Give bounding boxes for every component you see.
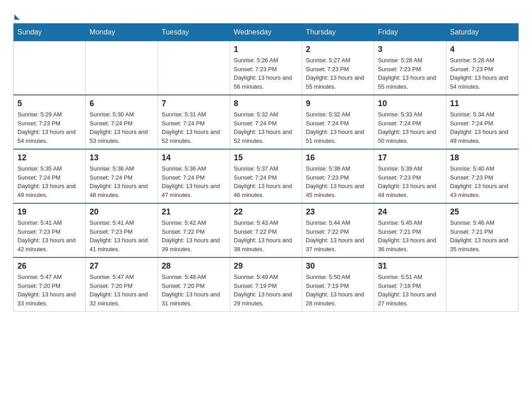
day-number: 17 [378, 153, 442, 163]
day-number: 8 [234, 99, 298, 108]
weekday-header-tuesday: Tuesday [158, 24, 230, 41]
day-info: Sunrise: 5:41 AM Sunset: 7:23 PM Dayligh… [90, 218, 154, 253]
calendar-header-row: SundayMondayTuesdayWednesdayThursdayFrid… [14, 24, 519, 41]
calendar-cell: 16Sunrise: 5:38 AM Sunset: 7:23 PM Dayli… [302, 149, 374, 203]
day-number: 23 [306, 207, 370, 217]
calendar-cell [86, 41, 158, 95]
calendar-cell: 27Sunrise: 5:47 AM Sunset: 7:20 PM Dayli… [86, 257, 158, 312]
calendar-cell: 12Sunrise: 5:35 AM Sunset: 7:24 PM Dayli… [14, 149, 86, 203]
calendar-cell: 15Sunrise: 5:37 AM Sunset: 7:24 PM Dayli… [230, 149, 302, 203]
day-info: Sunrise: 5:35 AM Sunset: 7:24 PM Dayligh… [17, 164, 82, 199]
calendar-week-row: 12Sunrise: 5:35 AM Sunset: 7:24 PM Dayli… [14, 149, 519, 203]
calendar-cell: 10Sunrise: 5:33 AM Sunset: 7:24 PM Dayli… [374, 95, 446, 149]
day-info: Sunrise: 5:41 AM Sunset: 7:23 PM Dayligh… [17, 218, 82, 253]
day-info: Sunrise: 5:40 AM Sunset: 7:23 PM Dayligh… [450, 164, 515, 199]
day-number: 18 [450, 153, 515, 163]
calendar-cell: 20Sunrise: 5:41 AM Sunset: 7:23 PM Dayli… [86, 203, 158, 257]
day-info: Sunrise: 5:46 AM Sunset: 7:21 PM Dayligh… [450, 218, 515, 253]
day-info: Sunrise: 5:28 AM Sunset: 7:23 PM Dayligh… [378, 56, 442, 91]
day-info: Sunrise: 5:37 AM Sunset: 7:24 PM Dayligh… [234, 164, 298, 199]
day-number: 6 [90, 99, 154, 108]
day-number: 26 [17, 261, 82, 271]
day-info: Sunrise: 5:34 AM Sunset: 7:24 PM Dayligh… [450, 110, 515, 145]
day-info: Sunrise: 5:29 AM Sunset: 7:23 PM Dayligh… [17, 110, 82, 145]
day-info: Sunrise: 5:32 AM Sunset: 7:24 PM Dayligh… [234, 110, 298, 145]
day-info: Sunrise: 5:30 AM Sunset: 7:24 PM Dayligh… [90, 110, 154, 145]
calendar-cell: 9Sunrise: 5:32 AM Sunset: 7:24 PM Daylig… [302, 95, 374, 149]
day-number: 10 [378, 99, 442, 108]
calendar-cell: 29Sunrise: 5:49 AM Sunset: 7:19 PM Dayli… [230, 257, 302, 312]
day-number: 14 [162, 153, 226, 163]
day-number: 19 [17, 207, 82, 217]
calendar-cell: 6Sunrise: 5:30 AM Sunset: 7:24 PM Daylig… [86, 95, 158, 149]
calendar-cell [14, 41, 86, 95]
calendar-cell: 13Sunrise: 5:36 AM Sunset: 7:24 PM Dayli… [86, 149, 158, 203]
day-info: Sunrise: 5:49 AM Sunset: 7:19 PM Dayligh… [234, 273, 298, 308]
day-info: Sunrise: 5:28 AM Sunset: 7:23 PM Dayligh… [450, 56, 515, 91]
calendar-week-row: 19Sunrise: 5:41 AM Sunset: 7:23 PM Dayli… [14, 203, 519, 257]
weekday-header-saturday: Saturday [446, 24, 519, 41]
day-number: 25 [450, 207, 515, 217]
day-info: Sunrise: 5:47 AM Sunset: 7:20 PM Dayligh… [17, 273, 82, 308]
day-number: 21 [162, 207, 226, 217]
weekday-header-sunday: Sunday [14, 24, 86, 41]
day-number: 5 [17, 99, 82, 108]
day-number: 28 [162, 261, 226, 271]
day-number: 9 [306, 99, 370, 108]
calendar-cell: 17Sunrise: 5:39 AM Sunset: 7:23 PM Dayli… [374, 149, 446, 203]
day-number: 27 [90, 261, 154, 271]
day-number: 22 [234, 207, 298, 217]
calendar-cell: 22Sunrise: 5:43 AM Sunset: 7:22 PM Dayli… [230, 203, 302, 257]
calendar-week-row: 26Sunrise: 5:47 AM Sunset: 7:20 PM Dayli… [14, 257, 519, 312]
logo [13, 13, 21, 16]
calendar-cell: 25Sunrise: 5:46 AM Sunset: 7:21 PM Dayli… [446, 203, 519, 257]
day-info: Sunrise: 5:51 AM Sunset: 7:18 PM Dayligh… [378, 273, 442, 308]
calendar-table: SundayMondayTuesdayWednesdayThursdayFrid… [13, 23, 519, 312]
day-info: Sunrise: 5:47 AM Sunset: 7:20 PM Dayligh… [90, 273, 154, 308]
day-number: 15 [234, 153, 298, 163]
day-number: 30 [306, 261, 370, 271]
day-info: Sunrise: 5:50 AM Sunset: 7:19 PM Dayligh… [306, 273, 370, 308]
weekday-header-thursday: Thursday [302, 24, 374, 41]
day-info: Sunrise: 5:45 AM Sunset: 7:21 PM Dayligh… [378, 218, 442, 253]
day-info: Sunrise: 5:48 AM Sunset: 7:20 PM Dayligh… [162, 273, 226, 308]
day-number: 12 [17, 153, 82, 163]
day-info: Sunrise: 5:31 AM Sunset: 7:24 PM Dayligh… [162, 110, 226, 145]
calendar-cell: 11Sunrise: 5:34 AM Sunset: 7:24 PM Dayli… [446, 95, 519, 149]
calendar-cell: 26Sunrise: 5:47 AM Sunset: 7:20 PM Dayli… [14, 257, 86, 312]
weekday-header-friday: Friday [374, 24, 446, 41]
day-info: Sunrise: 5:36 AM Sunset: 7:24 PM Dayligh… [162, 164, 226, 199]
calendar-cell [158, 41, 230, 95]
calendar-cell [446, 257, 519, 312]
calendar-cell: 31Sunrise: 5:51 AM Sunset: 7:18 PM Dayli… [374, 257, 446, 312]
day-info: Sunrise: 5:36 AM Sunset: 7:24 PM Dayligh… [90, 164, 154, 199]
day-info: Sunrise: 5:38 AM Sunset: 7:23 PM Dayligh… [306, 164, 370, 199]
day-info: Sunrise: 5:27 AM Sunset: 7:23 PM Dayligh… [306, 56, 370, 91]
day-number: 29 [234, 261, 298, 271]
calendar-cell: 24Sunrise: 5:45 AM Sunset: 7:21 PM Dayli… [374, 203, 446, 257]
logo-arrow-icon [14, 14, 20, 20]
calendar-cell: 30Sunrise: 5:50 AM Sunset: 7:19 PM Dayli… [302, 257, 374, 312]
weekday-header-monday: Monday [86, 24, 158, 41]
day-number: 1 [234, 45, 298, 54]
calendar-cell: 1Sunrise: 5:26 AM Sunset: 7:23 PM Daylig… [230, 41, 302, 95]
calendar-week-row: 5Sunrise: 5:29 AM Sunset: 7:23 PM Daylig… [14, 95, 519, 149]
day-number: 24 [378, 207, 442, 217]
calendar-cell: 3Sunrise: 5:28 AM Sunset: 7:23 PM Daylig… [374, 41, 446, 95]
page-header [13, 13, 519, 16]
day-info: Sunrise: 5:26 AM Sunset: 7:23 PM Dayligh… [234, 56, 298, 91]
day-number: 7 [162, 99, 226, 108]
calendar-cell: 7Sunrise: 5:31 AM Sunset: 7:24 PM Daylig… [158, 95, 230, 149]
day-number: 11 [450, 99, 515, 108]
day-number: 2 [306, 45, 370, 54]
day-info: Sunrise: 5:43 AM Sunset: 7:22 PM Dayligh… [234, 218, 298, 253]
calendar-cell: 8Sunrise: 5:32 AM Sunset: 7:24 PM Daylig… [230, 95, 302, 149]
day-info: Sunrise: 5:33 AM Sunset: 7:24 PM Dayligh… [378, 110, 442, 145]
day-number: 16 [306, 153, 370, 163]
day-number: 4 [450, 45, 515, 54]
day-info: Sunrise: 5:39 AM Sunset: 7:23 PM Dayligh… [378, 164, 442, 199]
calendar-cell: 28Sunrise: 5:48 AM Sunset: 7:20 PM Dayli… [158, 257, 230, 312]
calendar-cell: 5Sunrise: 5:29 AM Sunset: 7:23 PM Daylig… [14, 95, 86, 149]
day-info: Sunrise: 5:42 AM Sunset: 7:22 PM Dayligh… [162, 218, 226, 253]
calendar-cell: 4Sunrise: 5:28 AM Sunset: 7:23 PM Daylig… [446, 41, 519, 95]
